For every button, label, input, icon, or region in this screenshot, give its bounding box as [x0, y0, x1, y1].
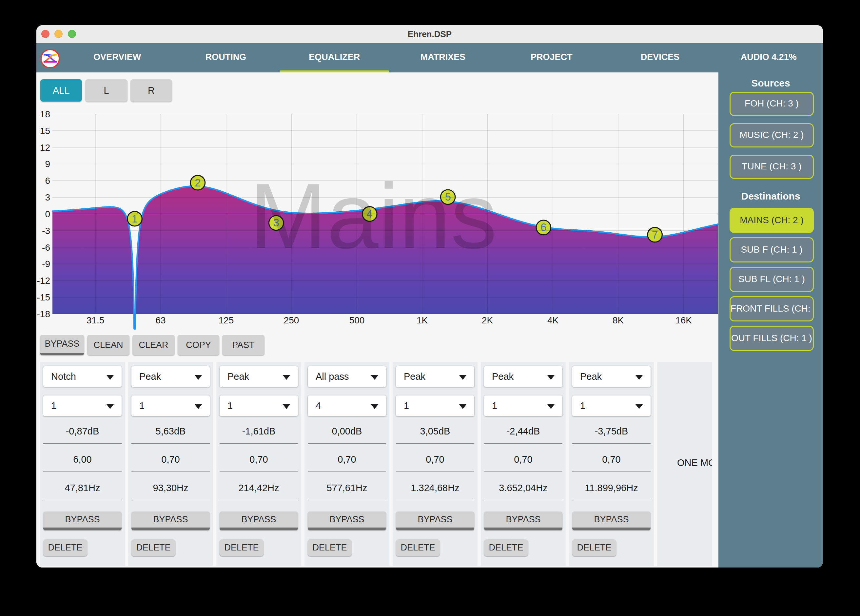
svg-text:2: 2	[195, 177, 201, 189]
svg-text:63: 63	[155, 315, 165, 325]
svg-text:1K: 1K	[417, 315, 428, 325]
svg-text:-9: -9	[42, 259, 50, 269]
svg-text:6: 6	[45, 176, 50, 186]
svg-text:1: 1	[132, 213, 138, 225]
svg-text:2K: 2K	[482, 315, 493, 325]
svg-text:Mains: Mains	[250, 164, 497, 268]
svg-text:-6: -6	[42, 243, 50, 252]
svg-text:15: 15	[40, 126, 50, 136]
svg-text:-3: -3	[42, 226, 50, 236]
svg-text:-15: -15	[37, 292, 50, 303]
svg-text:4K: 4K	[547, 315, 559, 325]
svg-text:8K: 8K	[612, 315, 624, 325]
svg-text:3: 3	[45, 192, 50, 202]
svg-text:12: 12	[40, 143, 50, 153]
svg-text:0: 0	[45, 209, 50, 219]
svg-text:125: 125	[219, 315, 234, 325]
svg-text:-18: -18	[37, 309, 50, 319]
svg-text:18: 18	[40, 109, 50, 119]
svg-text:6: 6	[540, 221, 546, 233]
svg-text:500: 500	[349, 315, 365, 325]
svg-text:250: 250	[284, 315, 299, 325]
svg-text:9: 9	[45, 159, 50, 169]
svg-text:31.5: 31.5	[86, 315, 105, 325]
svg-text:-12: -12	[37, 276, 50, 286]
svg-text:16K: 16K	[675, 315, 692, 325]
